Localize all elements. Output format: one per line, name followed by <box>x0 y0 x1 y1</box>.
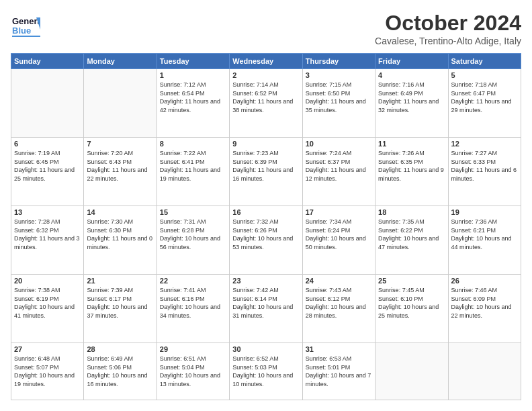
cell-content: Sunrise: 7:24 AMSunset: 6:37 PMDaylight:… <box>306 149 372 183</box>
calendar-cell <box>11 69 84 138</box>
weekday-header-saturday: Saturday <box>448 54 521 69</box>
day-number: 21 <box>87 277 153 285</box>
day-number: 29 <box>160 345 226 353</box>
cell-content: Sunrise: 7:22 AMSunset: 6:41 PMDaylight:… <box>160 149 226 183</box>
weekday-header-tuesday: Tuesday <box>157 54 229 69</box>
cell-content: Sunrise: 7:30 AMSunset: 6:30 PMDaylight:… <box>87 218 153 251</box>
calendar-cell: 23Sunrise: 7:42 AMSunset: 6:14 PMDayligh… <box>230 275 302 343</box>
calendar-cell: 18Sunrise: 7:35 AMSunset: 6:22 PMDayligh… <box>375 206 448 275</box>
calendar-cell: 28Sunrise: 6:49 AMSunset: 5:06 PMDayligh… <box>84 343 157 400</box>
cell-content: Sunrise: 7:27 AMSunset: 6:33 PMDaylight:… <box>451 149 518 183</box>
title-block: October 2024 Cavalese, Trentino-Alto Adi… <box>375 11 521 46</box>
weekday-header-monday: Monday <box>84 54 157 69</box>
calendar-cell: 15Sunrise: 7:31 AMSunset: 6:28 PMDayligh… <box>157 206 229 275</box>
cell-content: Sunrise: 7:26 AMSunset: 6:35 PMDaylight:… <box>378 149 445 183</box>
day-number: 23 <box>232 277 299 285</box>
calendar-cell <box>448 343 521 400</box>
calendar-cell: 26Sunrise: 7:46 AMSunset: 6:09 PMDayligh… <box>448 275 521 343</box>
logo-icon: General Blue <box>11 11 40 40</box>
cell-content: Sunrise: 7:38 AMSunset: 6:19 PMDaylight:… <box>14 286 81 320</box>
calendar-cell: 17Sunrise: 7:34 AMSunset: 6:24 PMDayligh… <box>302 206 375 275</box>
cell-content: Sunrise: 7:14 AMSunset: 6:52 PMDaylight:… <box>232 81 299 114</box>
week-row-2: 6Sunrise: 7:19 AMSunset: 6:45 PMDaylight… <box>11 138 521 206</box>
calendar-cell: 5Sunrise: 7:18 AMSunset: 6:47 PMDaylight… <box>448 69 521 138</box>
weekday-header-friday: Friday <box>375 54 448 69</box>
page: General Blue October 2024 Cavalese, Tren… <box>0 0 532 411</box>
day-number: 1 <box>160 71 226 79</box>
weekday-header-sunday: Sunday <box>11 54 84 69</box>
day-number: 25 <box>378 277 445 285</box>
week-row-5: 27Sunrise: 6:48 AMSunset: 5:07 PMDayligh… <box>11 343 521 400</box>
cell-content: Sunrise: 7:28 AMSunset: 6:32 PMDaylight:… <box>14 218 81 251</box>
week-row-3: 13Sunrise: 7:28 AMSunset: 6:32 PMDayligh… <box>11 206 521 275</box>
cell-content: Sunrise: 7:35 AMSunset: 6:22 PMDaylight:… <box>378 218 445 251</box>
cell-content: Sunrise: 6:51 AMSunset: 5:04 PMDaylight:… <box>160 355 226 388</box>
calendar-cell: 4Sunrise: 7:16 AMSunset: 6:49 PMDaylight… <box>375 69 448 138</box>
cell-content: Sunrise: 7:43 AMSunset: 6:12 PMDaylight:… <box>306 286 372 320</box>
day-number: 6 <box>14 140 81 148</box>
calendar-cell: 21Sunrise: 7:39 AMSunset: 6:17 PMDayligh… <box>84 275 157 343</box>
day-number: 27 <box>14 345 81 353</box>
cell-content: Sunrise: 7:41 AMSunset: 6:16 PMDaylight:… <box>160 286 226 320</box>
calendar-cell: 1Sunrise: 7:12 AMSunset: 6:54 PMDaylight… <box>157 69 229 138</box>
cell-content: Sunrise: 7:45 AMSunset: 6:10 PMDaylight:… <box>378 286 445 320</box>
weekday-header-thursday: Thursday <box>302 54 375 69</box>
weekday-header-wednesday: Wednesday <box>230 54 302 69</box>
cell-content: Sunrise: 7:46 AMSunset: 6:09 PMDaylight:… <box>451 286 518 320</box>
day-number: 15 <box>160 208 226 216</box>
cell-content: Sunrise: 6:49 AMSunset: 5:06 PMDaylight:… <box>87 355 153 388</box>
calendar-cell: 8Sunrise: 7:22 AMSunset: 6:41 PMDaylight… <box>157 138 229 206</box>
calendar-cell: 7Sunrise: 7:20 AMSunset: 6:43 PMDaylight… <box>84 138 157 206</box>
calendar-cell: 13Sunrise: 7:28 AMSunset: 6:32 PMDayligh… <box>11 206 84 275</box>
day-number: 8 <box>160 140 226 148</box>
location-subtitle: Cavalese, Trentino-Alto Adige, Italy <box>375 36 521 46</box>
month-title: October 2024 <box>375 11 521 36</box>
day-number: 3 <box>306 71 372 79</box>
calendar-cell: 11Sunrise: 7:26 AMSunset: 6:35 PMDayligh… <box>375 138 448 206</box>
calendar-table: SundayMondayTuesdayWednesdayThursdayFrid… <box>11 53 521 400</box>
calendar-cell: 31Sunrise: 6:53 AMSunset: 5:01 PMDayligh… <box>302 343 375 400</box>
calendar-cell: 9Sunrise: 7:23 AMSunset: 6:39 PMDaylight… <box>230 138 302 206</box>
cell-content: Sunrise: 7:12 AMSunset: 6:54 PMDaylight:… <box>160 81 226 114</box>
cell-content: Sunrise: 7:32 AMSunset: 6:26 PMDaylight:… <box>232 218 299 251</box>
week-row-4: 20Sunrise: 7:38 AMSunset: 6:19 PMDayligh… <box>11 275 521 343</box>
calendar-cell: 20Sunrise: 7:38 AMSunset: 6:19 PMDayligh… <box>11 275 84 343</box>
weekday-header-row: SundayMondayTuesdayWednesdayThursdayFrid… <box>11 54 521 69</box>
calendar-cell <box>375 343 448 400</box>
day-number: 30 <box>232 345 299 353</box>
day-number: 24 <box>306 277 372 285</box>
cell-content: Sunrise: 7:39 AMSunset: 6:17 PMDaylight:… <box>87 286 153 320</box>
cell-content: Sunrise: 7:31 AMSunset: 6:28 PMDaylight:… <box>160 218 226 251</box>
day-number: 18 <box>378 208 445 216</box>
calendar-cell: 30Sunrise: 6:52 AMSunset: 5:03 PMDayligh… <box>230 343 302 400</box>
cell-content: Sunrise: 6:48 AMSunset: 5:07 PMDaylight:… <box>14 355 81 388</box>
week-row-1: 1Sunrise: 7:12 AMSunset: 6:54 PMDaylight… <box>11 69 521 138</box>
day-number: 5 <box>451 71 518 79</box>
cell-content: Sunrise: 7:20 AMSunset: 6:43 PMDaylight:… <box>87 149 153 183</box>
day-number: 16 <box>232 208 299 216</box>
cell-content: Sunrise: 7:42 AMSunset: 6:14 PMDaylight:… <box>232 286 299 320</box>
cell-content: Sunrise: 7:19 AMSunset: 6:45 PMDaylight:… <box>14 149 81 183</box>
calendar-cell: 24Sunrise: 7:43 AMSunset: 6:12 PMDayligh… <box>302 275 375 343</box>
day-number: 19 <box>451 208 518 216</box>
calendar-cell: 22Sunrise: 7:41 AMSunset: 6:16 PMDayligh… <box>157 275 229 343</box>
day-number: 7 <box>87 140 153 148</box>
cell-content: Sunrise: 6:53 AMSunset: 5:01 PMDaylight:… <box>306 355 372 388</box>
svg-text:Blue: Blue <box>12 26 31 36</box>
header: General Blue October 2024 Cavalese, Tren… <box>11 11 521 46</box>
day-number: 26 <box>451 277 518 285</box>
svg-text:General: General <box>12 16 40 26</box>
cell-content: Sunrise: 6:52 AMSunset: 5:03 PMDaylight:… <box>232 355 299 388</box>
day-number: 28 <box>87 345 153 353</box>
day-number: 31 <box>306 345 372 353</box>
day-number: 9 <box>232 140 299 148</box>
cell-content: Sunrise: 7:36 AMSunset: 6:21 PMDaylight:… <box>451 218 518 251</box>
calendar-cell: 10Sunrise: 7:24 AMSunset: 6:37 PMDayligh… <box>302 138 375 206</box>
day-number: 14 <box>87 208 153 216</box>
cell-content: Sunrise: 7:23 AMSunset: 6:39 PMDaylight:… <box>232 149 299 183</box>
calendar-cell <box>84 69 157 138</box>
calendar-cell: 16Sunrise: 7:32 AMSunset: 6:26 PMDayligh… <box>230 206 302 275</box>
day-number: 4 <box>378 71 445 79</box>
cell-content: Sunrise: 7:34 AMSunset: 6:24 PMDaylight:… <box>306 218 372 251</box>
calendar-cell: 29Sunrise: 6:51 AMSunset: 5:04 PMDayligh… <box>157 343 229 400</box>
